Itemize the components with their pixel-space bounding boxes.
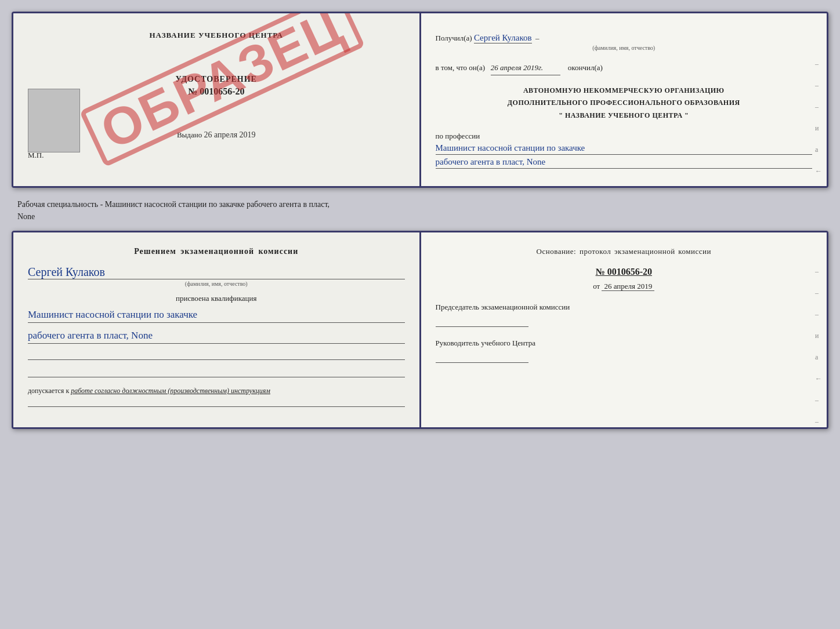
ot-line: от 26 апреля 2019 — [436, 282, 813, 291]
bottom-right-page: Основание: протокол экзаменационной коми… — [421, 232, 827, 427]
udostoverenie-block: УДОСТОВЕРЕНИЕ № 0010656-20 — [28, 75, 405, 97]
familiya-label: (фамилия, имя, отчество) — [436, 43, 813, 53]
mp-label: М.П. — [28, 151, 44, 160]
org-line1: АВТОНОМНУЮ НЕКОММЕРЧЕСКУЮ ОРГАНИЗАЦИЮ — [436, 85, 813, 97]
vtom-date: 26 апреля 2019г. — [491, 62, 560, 75]
prisvoena-label: присвоена квалификация — [28, 294, 405, 303]
bottom-left-page: Решением экзаменационной комиссии Сергей… — [13, 232, 421, 427]
separator-line2: None — [17, 212, 35, 221]
photo-placeholder — [28, 89, 80, 152]
rukovoditel-label: Руководитель учебного Центра — [436, 339, 536, 347]
protocol-number: № 0010656-20 — [436, 267, 813, 277]
ot-label: от — [593, 282, 600, 290]
predsedatel-label: Председатель экзаменационной комиссии — [436, 303, 570, 311]
vydano-line: Выдано 26 апреля 2019 — [13, 130, 419, 140]
qualification-line2: рабочего агента в пласт, None — [28, 328, 405, 344]
predsedatel-signature-line — [436, 315, 528, 327]
predsedatel-block: Председатель экзаменационной комиссии — [436, 303, 813, 327]
vtom-label: в том, что он(a) — [436, 63, 486, 72]
okonchil-label: окончил(а) — [568, 63, 603, 72]
blank-line-1 — [28, 348, 405, 360]
separator-line1: Рабочая специальность - Машинист насосно… — [17, 200, 330, 209]
profession-block: по профессии Машинист насосной станции п… — [436, 130, 813, 169]
blank-line-2 — [28, 366, 405, 377]
poluchil-label: Получил(a) — [436, 34, 472, 42]
vtom-line: в том, что он(a) 26 апреля 2019г. окончи… — [436, 62, 813, 75]
blank-line-3 — [28, 395, 405, 407]
org-block: АВТОНОМНУЮ НЕКОММЕРЧЕСКУЮ ОРГАНИЗАЦИЮ ДО… — [436, 85, 813, 122]
right-side-dashes: – – – и а ← – – – – — [815, 267, 822, 429]
vydano-label: Выдано — [177, 130, 202, 139]
resheniem-label: Решением экзаменационной комиссии — [28, 247, 405, 256]
profession-line1: Машинист насосной станции по закачке — [436, 143, 813, 155]
profession-line2: рабочего агента в пласт, None — [436, 157, 813, 169]
dopuskaetsya-block: допускается к работе согласно должностны… — [28, 387, 405, 395]
org-line2: ДОПОЛНИТЕЛЬНОГО ПРОФЕССИОНАЛЬНОГО ОБРАЗО… — [436, 97, 813, 110]
dopuskaetsya-text: работе согласно должностным (производств… — [71, 387, 270, 395]
side-dashes: – – – и а ← – – – — [815, 60, 822, 188]
bottom-name: Сергей Кулаков — [28, 266, 405, 279]
udostoverenie-number: № 0010656-20 — [28, 86, 405, 97]
bottom-document: Решением экзаменационной комиссии Сергей… — [12, 231, 828, 429]
rukovoditel-signature-line — [436, 351, 528, 363]
rukovoditel-block: Руководитель учебного Центра — [436, 339, 813, 363]
po-professii-label: по профессии — [436, 132, 480, 140]
separator-text: Рабочая специальность - Машинист насосно… — [12, 194, 828, 225]
bottom-familiya-label: (фамилия, имя, отчество) — [28, 281, 405, 287]
udostoverenie-title: УДОСТОВЕРЕНИЕ — [28, 75, 405, 84]
top-document: НАЗВАНИЕ УЧЕБНОГО ЦЕНТРА ОБРАЗЕЦ УДОСТОВ… — [12, 12, 828, 188]
osnovaniye-label: Основание: протокол экзаменационной коми… — [436, 247, 813, 256]
ot-date: 26 апреля 2019 — [602, 282, 654, 291]
vydano-date: 26 апреля 2019 — [204, 130, 255, 139]
top-right-page: Получил(a) Сергей Кулаков – (фамилия, им… — [421, 13, 827, 186]
qualification-line1: Машинист насосной станции по закачке — [28, 307, 405, 323]
poluchil-name: Сергей Кулаков — [474, 33, 532, 43]
poluchil-line: Получил(a) Сергей Кулаков – (фамилия, им… — [436, 31, 813, 53]
org-line3: " НАЗВАНИЕ УЧЕБНОГО ЦЕНТРА " — [436, 110, 813, 122]
dopuskaetsya-label: допускается к — [28, 387, 69, 395]
cert-school-name: НАЗВАНИЕ УЧЕБНОГО ЦЕНТРА — [28, 31, 405, 40]
top-left-page: НАЗВАНИЕ УЧЕБНОГО ЦЕНТРА ОБРАЗЕЦ УДОСТОВ… — [13, 13, 421, 186]
